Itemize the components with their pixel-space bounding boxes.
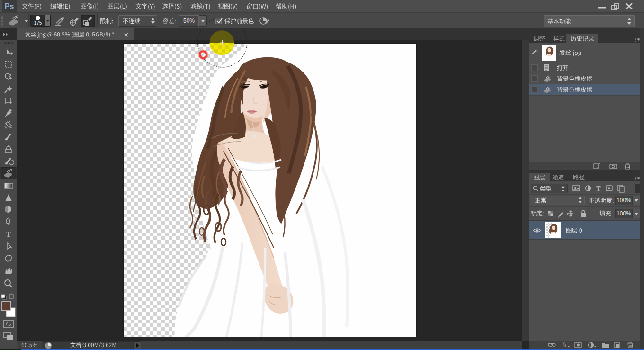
svg-text:175: 175 xyxy=(34,20,42,26)
svg-text:T: T xyxy=(6,230,11,239)
svg-text:T: T xyxy=(596,185,601,192)
svg-text:fx: fx xyxy=(563,341,567,348)
